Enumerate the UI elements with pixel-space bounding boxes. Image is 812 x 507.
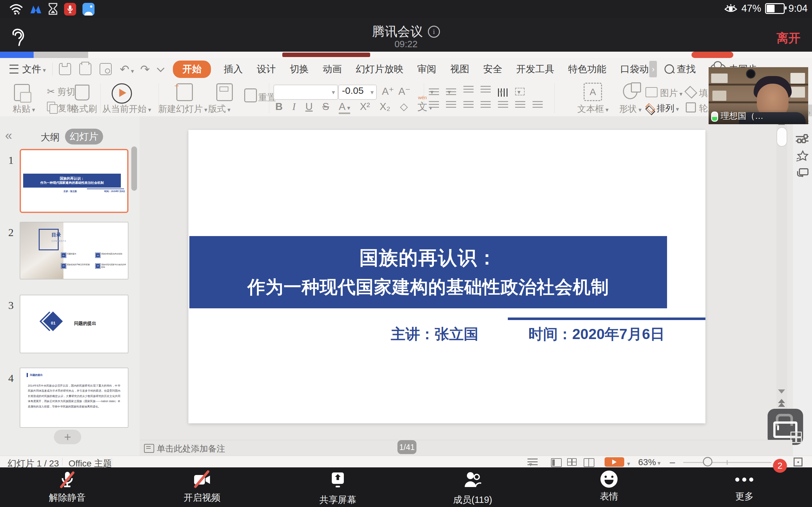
collapse-sidebar-icon[interactable]: « [5, 128, 12, 143]
increase-indent-icon[interactable] [480, 86, 491, 94]
cut-button[interactable]: ✂ 剪切 [47, 86, 75, 98]
audio-mode-ear-icon[interactable] [9, 27, 26, 47]
layout-button[interactable]: 版式 [208, 103, 231, 115]
slide-speaker[interactable]: 主讲：张立国 [391, 325, 478, 344]
align-left-icon[interactable] [429, 101, 439, 109]
tab-outline[interactable]: 大纲 [41, 131, 60, 144]
format-painter-button[interactable]: 格式刷 [70, 103, 97, 115]
leave-meeting-button[interactable]: 离开 [776, 30, 801, 46]
bold-button[interactable]: B [275, 101, 283, 112]
file-menu[interactable]: 文件 [22, 63, 46, 76]
layout-icon[interactable] [216, 83, 233, 101]
shape-icon[interactable] [623, 83, 638, 99]
unmute-button[interactable]: 解除静音 [32, 470, 102, 504]
arrange-button[interactable]: 排列 [645, 102, 679, 114]
find-button[interactable]: 查找 [676, 63, 696, 76]
more-button[interactable]: 更多 [710, 470, 779, 503]
shrink-font-button[interactable]: A⁻ [398, 85, 410, 97]
add-slide-button[interactable]: + [54, 430, 81, 444]
tab-view[interactable]: 视图 [450, 63, 469, 76]
members-button[interactable]: 成员(119) [438, 470, 507, 506]
distribute-icon[interactable] [498, 101, 508, 109]
format-painter-icon[interactable] [75, 84, 90, 101]
menu-icon[interactable] [9, 65, 18, 73]
grow-font-button[interactable]: A⁺ [382, 85, 394, 97]
textbox-icon[interactable]: A [583, 83, 602, 101]
tab-home[interactable]: 开始 [173, 60, 211, 78]
superscript-button[interactable]: X² [360, 101, 370, 112]
align-center-icon[interactable] [446, 101, 456, 109]
numbered-list-icon[interactable] [446, 89, 456, 97]
tab-security[interactable]: 安全 [483, 63, 502, 76]
search-icon[interactable] [664, 64, 674, 74]
tab-slideshow[interactable]: 幻灯片放映 [356, 63, 403, 76]
properties-sliders-icon[interactable] [795, 133, 809, 146]
tab-insert[interactable]: 插入 [223, 63, 243, 76]
textbox-button[interactable]: 文本框 [577, 103, 609, 115]
underline-button[interactable]: U [305, 101, 313, 112]
ribbon-collapse-icon[interactable] [157, 64, 165, 72]
tab-design[interactable]: 设计 [257, 63, 275, 76]
shape-button[interactable]: 形状 [619, 103, 642, 115]
slide-thumbnail-2[interactable]: 目录 CONTENTS 01问题的提出 02国族的形成及其内在机制 03国族机制… [20, 222, 129, 279]
font-name-combobox[interactable] [273, 84, 338, 100]
play-from-current-icon[interactable] [112, 83, 132, 104]
font-color-button[interactable]: A [339, 101, 350, 114]
reading-view-icon[interactable] [583, 458, 595, 467]
switch-view-icon[interactable] [795, 166, 809, 179]
effects-star-icon[interactable] [795, 150, 809, 163]
floating-toolbar-toggle-button[interactable] [768, 409, 803, 445]
bullet-list-icon[interactable] [429, 89, 439, 97]
notes-toggle-icon[interactable] [527, 458, 538, 467]
notes-placeholder[interactable]: 单击此处添加备注 [157, 443, 225, 454]
tab-slides[interactable]: 幻灯片 [65, 129, 103, 145]
canvas-scrollbar-thumb[interactable] [776, 127, 787, 147]
print-icon[interactable] [79, 63, 91, 75]
align-right-icon[interactable] [463, 101, 473, 109]
italic-button[interactable]: I [293, 101, 296, 112]
normal-view-icon[interactable] [551, 458, 562, 467]
print-preview-icon[interactable] [100, 63, 112, 75]
slide-title-banner[interactable]: 国族的再认识： 作为一种现代国家建构的基础性政治社会机制 [189, 236, 667, 308]
decrease-indent-icon[interactable] [463, 86, 473, 94]
notes-bar[interactable]: 单击此处添加备注 1/41 [140, 440, 792, 456]
text-direction-icon[interactable] [498, 89, 508, 97]
tab-devtools[interactable]: 开发工具 [516, 63, 554, 76]
paste-icon[interactable] [14, 84, 30, 101]
new-slide-icon[interactable] [176, 83, 193, 101]
justify-icon[interactable] [480, 101, 491, 109]
reset-icon[interactable] [244, 89, 257, 102]
undo-icon[interactable]: ↶ [120, 63, 134, 76]
fit-slide-icon[interactable] [794, 458, 803, 466]
previous-slide-icon2[interactable] [778, 403, 785, 407]
pocket-expand-icon[interactable]: › [649, 61, 657, 77]
meeting-info-icon[interactable] [428, 26, 440, 38]
slide-thumbnail-4[interactable]: 问题的提出 2014年9月中央民族会议召开以后，国内的民族研究出现了重大的转向，… [20, 368, 129, 428]
share-screen-button[interactable]: 共享屏幕 [303, 470, 373, 506]
picture-button[interactable]: 图片 [646, 87, 682, 99]
line-spacing-up-icon[interactable] [515, 101, 525, 109]
slideshow-play-button[interactable] [605, 457, 624, 467]
subscript-button[interactable]: X₂ [380, 101, 391, 112]
zoom-level[interactable]: 63% [638, 457, 661, 467]
play-options-caret[interactable] [625, 458, 630, 468]
font-size-combobox[interactable]: -0.05 [338, 84, 377, 100]
textbox-border-icon[interactable] [515, 88, 525, 95]
sidebar-scrollbar[interactable] [131, 147, 137, 191]
zoom-slider-thumb[interactable] [703, 457, 712, 466]
participant-video-tile[interactable]: 理想国（… [709, 67, 808, 124]
slide-thumbnail-1[interactable]: 国族的再认识： 作为一种现代国家建构的基础性政治社会机制 主讲：张立国 时间：2… [20, 149, 129, 213]
tab-review[interactable]: 审阅 [417, 63, 436, 76]
strikethrough-button[interactable]: S [322, 101, 329, 112]
new-slide-button[interactable]: 新建幻灯片 [158, 103, 207, 115]
scroll-down-icon[interactable] [778, 389, 785, 394]
slide-sorter-icon[interactable] [567, 458, 577, 466]
slide-thumbnail-3[interactable]: 01 问题的提出 [20, 295, 129, 353]
line-spacing-down-icon[interactable] [532, 101, 543, 109]
save-icon[interactable] [59, 63, 71, 75]
redo-icon[interactable]: ↷ [140, 63, 150, 76]
play-from-current-button[interactable]: 从当前开始 [102, 103, 151, 115]
tab-special-features[interactable]: 特色功能 [568, 63, 606, 76]
tab-transition[interactable]: 切换 [290, 63, 309, 76]
tab-pocket-animation[interactable]: 口袋动 [620, 63, 649, 76]
